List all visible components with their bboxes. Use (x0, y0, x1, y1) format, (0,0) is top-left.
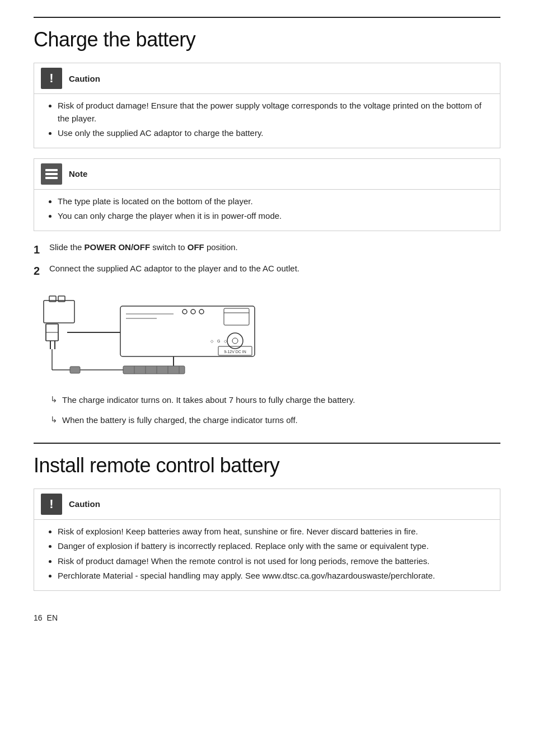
step-2-text: Connect the supplied AC adaptor to the p… (49, 262, 299, 275)
page-number: 16 (34, 613, 43, 622)
charge-caution-label: Caution (69, 74, 100, 83)
svg-rect-0 (44, 300, 74, 323)
result-text-1: The charge indicator turns on. It takes … (62, 394, 355, 407)
result-arrow-2: ↳ (50, 415, 58, 425)
result-item-2: ↳ When the battery is fully charged, the… (50, 414, 500, 427)
list-item: You can only charge the player when it i… (58, 210, 490, 223)
charge-caution-box: ! Caution Risk of product damage! Ensure… (34, 63, 500, 148)
charge-caution-body: Risk of product damage! Ensure that the … (34, 93, 500, 148)
svg-text:◇: ◇ (224, 339, 227, 343)
charge-caution-header: ! Caution (34, 63, 500, 93)
list-item: Risk of product damage! Ensure that the … (58, 100, 490, 125)
connection-diagram: 9-12V DC IN ◇ G ◇ (34, 290, 269, 383)
step-1: 1 Slide the POWER ON/OFF switch to OFF p… (34, 241, 500, 258)
list-item: Risk of explosion! Keep batteries away f… (58, 525, 490, 538)
install-caution-label: Caution (69, 499, 100, 509)
list-item: Perchlorate Material - special handling … (58, 570, 490, 583)
install-caution-header: ! Caution (34, 489, 500, 519)
charge-section-title: Charge the battery (34, 28, 500, 51)
result-arrow-1: ↳ (50, 395, 58, 405)
caution-icon: ! (41, 68, 62, 89)
svg-point-14 (191, 309, 195, 314)
list-item: Risk of product damage! When the remote … (58, 555, 490, 568)
svg-rect-26 (123, 366, 185, 374)
charge-note-body: The type plate is located on the bottom … (34, 189, 500, 231)
svg-text:9-12V DC IN: 9-12V DC IN (224, 350, 246, 354)
steps-list: 1 Slide the POWER ON/OFF switch to OFF p… (34, 241, 500, 279)
svg-rect-16 (224, 308, 249, 325)
step-num-2: 2 (34, 262, 49, 279)
list-item: The type plate is located on the bottom … (58, 195, 490, 208)
step-2: 2 Connect the supplied AC adaptor to the… (34, 262, 500, 279)
diagram-area: 9-12V DC IN ◇ G ◇ (34, 290, 500, 383)
note-icon (41, 163, 62, 185)
charge-caution-list: Risk of product damage! Ensure that the … (48, 100, 490, 140)
install-section-title: Install remote control battery (34, 454, 500, 477)
svg-point-13 (182, 309, 187, 314)
svg-point-19 (232, 338, 238, 344)
install-caution-body: Risk of explosion! Keep batteries away f… (34, 519, 500, 590)
page-footer: 16 EN (34, 613, 500, 622)
result-text-2: When the battery is fully charged, the c… (62, 414, 298, 427)
page-lang: EN (47, 613, 58, 622)
section-rule (34, 443, 500, 444)
charge-note-label: Note (69, 169, 87, 179)
result-item-1: ↳ The charge indicator turns on. It take… (50, 394, 500, 407)
top-rule (34, 17, 500, 18)
charge-note-header: Note (34, 159, 500, 189)
step-1-text: Slide the POWER ON/OFF switch to OFF pos… (49, 241, 238, 254)
footer-content: 16 EN (34, 613, 500, 622)
list-item: Danger of explosion if battery is incorr… (58, 540, 490, 553)
install-caution-icon: ! (41, 494, 62, 515)
charge-note-box: Note The type plate is located on the bo… (34, 158, 500, 231)
list-item: Use only the supplied AC adaptor to char… (58, 127, 490, 140)
charge-note-list: The type plate is located on the bottom … (48, 195, 490, 223)
svg-rect-35 (70, 367, 80, 373)
install-caution-box: ! Caution Risk of explosion! Keep batter… (34, 489, 500, 591)
svg-point-15 (199, 309, 204, 314)
results-list: ↳ The charge indicator turns on. It take… (50, 394, 500, 427)
install-caution-list: Risk of explosion! Keep batteries away f… (48, 525, 490, 583)
svg-text:G: G (217, 339, 220, 343)
svg-text:◇: ◇ (210, 339, 214, 343)
step-num-1: 1 (34, 241, 49, 258)
